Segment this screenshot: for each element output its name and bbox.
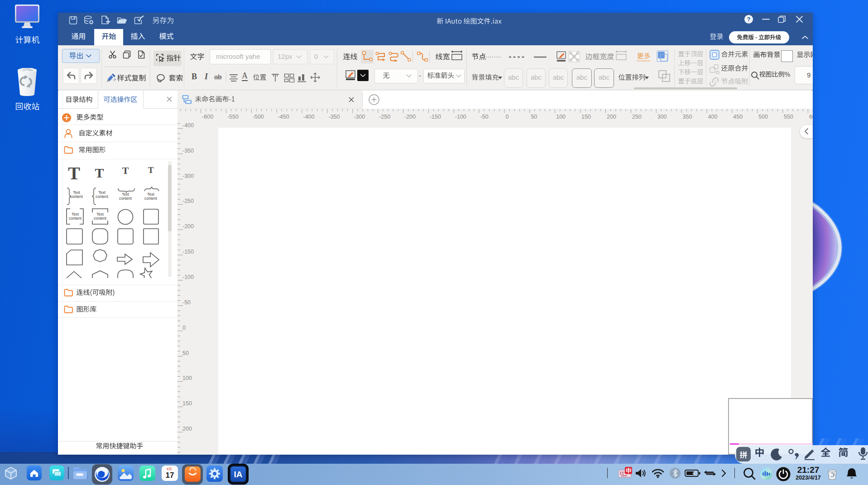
svg-text:100: 100: [182, 375, 192, 381]
svg-text:-300: -300: [182, 173, 194, 179]
svg-text:T: T: [95, 165, 104, 180]
svg-text:50: 50: [531, 114, 537, 120]
svg-text:550: 550: [784, 114, 793, 120]
svg-text:content: content: [94, 216, 107, 221]
svg-text:0: 0: [506, 114, 509, 120]
svg-text:400: 400: [708, 114, 718, 120]
svg-text:?: ?: [747, 16, 751, 23]
svg-text:200: 200: [182, 426, 192, 432]
svg-text:-250: -250: [379, 114, 390, 120]
svg-text:-150: -150: [182, 249, 194, 255]
svg-text:-450: -450: [278, 114, 289, 120]
svg-text:150: 150: [581, 114, 591, 120]
svg-text:-150: -150: [430, 114, 441, 120]
svg-text:300: 300: [657, 114, 667, 120]
svg-text:content: content: [96, 194, 109, 199]
svg-text:-50: -50: [480, 114, 489, 120]
svg-text:-300: -300: [354, 114, 365, 120]
svg-text:T: T: [68, 163, 80, 183]
svg-text:50: 50: [182, 350, 189, 356]
svg-text:IA: IA: [234, 470, 243, 479]
svg-text:T: T: [122, 165, 129, 176]
svg-text:-200: -200: [404, 114, 416, 120]
svg-text:0: 0: [182, 325, 186, 331]
svg-text:content: content: [70, 194, 83, 199]
svg-text:100: 100: [556, 114, 566, 120]
svg-text:-50: -50: [182, 299, 191, 306]
svg-text:-200: -200: [182, 223, 194, 230]
svg-text:-400: -400: [303, 114, 315, 120]
svg-text:-250: -250: [182, 198, 194, 204]
svg-text:150: 150: [182, 400, 192, 407]
svg-text:-100: -100: [182, 274, 194, 280]
svg-text:-600: -600: [202, 114, 213, 120]
svg-text:-100: -100: [455, 114, 466, 120]
svg-text:200: 200: [607, 114, 616, 120]
svg-text:-350: -350: [328, 114, 340, 120]
svg-text:350: 350: [683, 114, 692, 120]
svg-text:content: content: [69, 216, 82, 221]
svg-text:T: T: [148, 165, 154, 175]
svg-text:17: 17: [166, 471, 174, 480]
svg-text:450: 450: [733, 114, 743, 120]
svg-text:-400: -400: [182, 122, 194, 129]
svg-text:250: 250: [632, 114, 642, 120]
svg-text:content: content: [144, 196, 158, 201]
svg-text:-550: -550: [227, 114, 239, 120]
svg-text:content: content: [119, 196, 132, 201]
svg-text:500: 500: [758, 114, 768, 120]
svg-text:600: 600: [809, 114, 813, 120]
svg-text:-350: -350: [182, 148, 194, 154]
svg-text:-500: -500: [253, 114, 264, 120]
